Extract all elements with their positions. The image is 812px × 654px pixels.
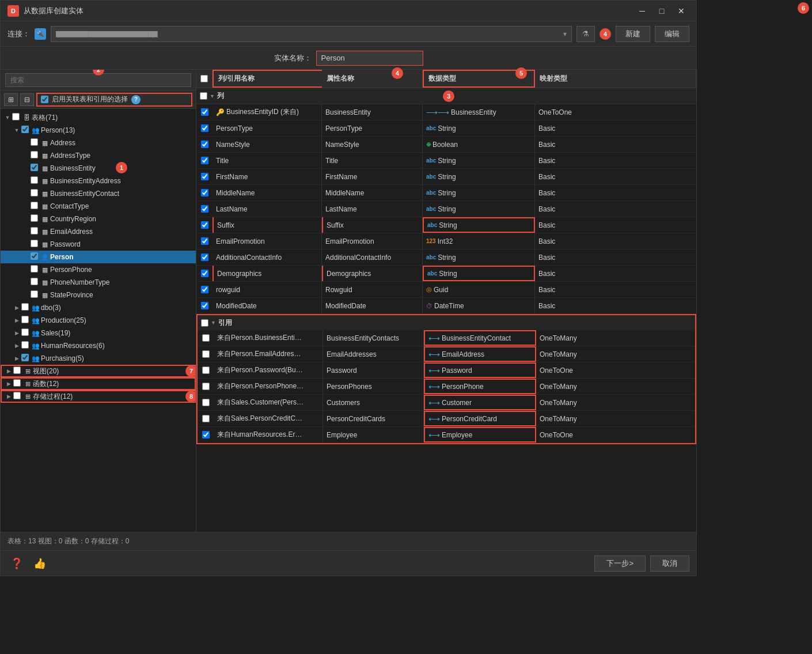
tree-item-businessentityaddress[interactable]: ▦ BusinessEntityAddress <box>1 175 196 187</box>
table-row: PersonType PersonType abcString Basic <box>196 120 696 137</box>
col-name-persontype: PersonType <box>213 120 322 136</box>
table-row: 来自Person.EmailAddres… EmailAddresses ⟷Em… <box>198 346 695 362</box>
table-row: Suffix Suffix abcString Basic <box>196 217 696 233</box>
bottom-left-buttons: ❓ 👍 <box>7 555 49 572</box>
expand-all-button[interactable]: ⊞ <box>4 93 18 106</box>
table-row: Title Title abcString Basic <box>196 153 696 169</box>
table-row: AdditionalContactInfo AdditionalContactI… <box>196 249 696 266</box>
close-button[interactable]: ✕ <box>673 5 689 17</box>
maximize-button[interactable]: □ <box>654 5 670 17</box>
cancel-button[interactable]: 取消 <box>650 555 689 572</box>
right-panel: 列/引用名称 属性名称 数据类型 映射类型 ▼ 列 3 <box>196 70 696 532</box>
tree-item-contacttype[interactable]: ▦ ContactType <box>1 200 196 213</box>
new-button[interactable]: 新建 <box>616 26 650 42</box>
tree-checkbox-address[interactable] <box>31 138 40 148</box>
assoc-checkbox-row: 启用关联表和引用的选择 ? <box>36 93 192 107</box>
table-group-icon: 🗄 <box>21 114 32 121</box>
main-window: D 从数据库创建实体 ─ □ ✕ 连接： 🔌 ▓▓▓▓▓▓▓▓▓▓▓▓▓▓▓▓▓… <box>0 0 697 576</box>
tree-item-phonenumbertype[interactable]: ▦ PhoneNumberType <box>1 276 196 289</box>
tree-item-stateprovince[interactable]: ▦ StateProvince <box>1 289 196 301</box>
window-controls: ─ □ ✕ <box>634 5 689 17</box>
table-row: ModifiedDate ModifiedDate ⏱DateTime Basi… <box>196 298 696 314</box>
col-name-cell: 🔑 BusinessEntityID (来自) <box>213 104 322 120</box>
badge-3: 3 <box>443 90 454 102</box>
tree-item-businessentitycontact[interactable]: ▦ BusinessEntityContact <box>1 187 196 200</box>
data-area: ▼ 列 3 🔑 BusinessEntityID (来自) BusinessE <box>196 88 696 532</box>
tree-checkbox-person-schema[interactable] <box>21 126 31 135</box>
assoc-checkbox[interactable] <box>41 96 48 103</box>
tree-item-dbo[interactable]: ▶ 👥 dbo(3) <box>1 301 196 314</box>
edit-button[interactable]: 编辑 <box>655 26 689 42</box>
tree-toggle-address <box>21 140 31 146</box>
help-icon[interactable]: ? <box>131 95 141 104</box>
header-checkbox-col <box>196 70 213 88</box>
badge-4b: 4 <box>392 67 403 79</box>
mapping-type-cell: OneToOne <box>535 104 696 120</box>
columns-list: 🔑 BusinessEntityID (来自) BusinessEntity ⟶… <box>196 104 696 314</box>
attr-demographics: Demographics <box>322 266 423 281</box>
app-icon: D <box>7 5 19 17</box>
tree-item-functions[interactable]: ▶ ⊞ 函数(12) <box>1 377 196 390</box>
table-row: LastName LastName abcString Basic <box>196 201 696 217</box>
entity-name-input[interactable] <box>316 51 423 66</box>
select-all-checkbox[interactable] <box>200 75 208 82</box>
status-bar: 表格：13 视图：0 函数：0 存储过程：0 <box>1 532 696 550</box>
tree-item-addresstype[interactable]: ▦ AddressType <box>1 149 196 162</box>
tree-container: 1 ▼ 🗄 表格(71) ▼ 👥 Person(13) <box>1 109 196 532</box>
tree-item-production[interactable]: ▶ 👥 Production(25) <box>1 314 196 327</box>
bottom-right-buttons: 下一步> 取消 <box>594 555 689 572</box>
refs-list: 来自Person.BusinessEnti… BusinessEntityCon… <box>196 330 696 444</box>
collapse-all-button[interactable]: ⊟ <box>20 93 34 106</box>
tree-item-procedures[interactable]: ▶ ⊞ 存储过程(12) 8 <box>1 390 196 403</box>
tree-item-password[interactable]: ▦ Password <box>1 238 196 251</box>
refs-section-checkbox[interactable] <box>201 319 208 327</box>
left-panel: 2 ⊞ ⊟ 启用关联表和引用的选择 ? 1 <box>1 70 196 532</box>
badge-7: 7 <box>185 365 196 377</box>
badge-4a: 4 <box>599 28 611 40</box>
connection-dropdown[interactable]: ▓▓▓▓▓▓▓▓▓▓▓▓▓▓▓▓▓▓▓▓▓▓ ▾ <box>51 26 572 42</box>
tree-item-tables[interactable]: ▼ 🗄 表格(71) <box>1 111 196 124</box>
tree-label-person-schema: Person(13) <box>41 126 75 134</box>
data-type-cell: ⟶⟶ BusinessEntity <box>423 104 535 120</box>
tree-item-countryregion[interactable]: ▦ CountryRegion <box>1 213 196 225</box>
connection-settings-button[interactable]: ⚗ <box>576 26 595 42</box>
tree-item-address[interactable]: ▦ Address <box>1 137 196 149</box>
table-row: 来自HumanResources.Er… Employee ⟷Employee … <box>198 427 695 443</box>
tree-item-purchasing[interactable]: ▶ 👥 Purchasing(5) <box>1 352 196 365</box>
tree-item-person[interactable]: 👤 Person <box>1 251 196 263</box>
column-headers: 列/引用名称 属性名称 数据类型 映射类型 <box>196 70 696 88</box>
left-toolbar: ⊞ ⊟ 启用关联表和引用的选择 ? <box>1 90 196 109</box>
dtype-bec: ⟷BusinessEntityContact <box>424 330 536 346</box>
dropdown-arrow: ▾ <box>563 30 567 38</box>
table-row: NameStyle NameStyle ⊕Boolean Basic <box>196 137 696 153</box>
entity-label: 实体名称： <box>274 53 312 63</box>
entity-type-icon: ⟶⟶ <box>426 108 449 117</box>
table-row: MiddleName MiddleName abcString Basic <box>196 185 696 201</box>
next-button[interactable]: 下一步> <box>594 555 646 572</box>
schema-icon: 👥 <box>31 127 41 134</box>
row-checkbox-cell <box>196 108 213 116</box>
table-row: rowguid Rowguid ◎Guid Basic <box>196 282 696 298</box>
main-area: 2 ⊞ ⊟ 启用关联表和引用的选择 ? 1 <box>1 70 696 532</box>
window-title: 从数据库创建实体 <box>24 6 634 16</box>
tree-item-person-schema[interactable]: ▼ 👥 Person(13) <box>1 124 196 137</box>
tree-item-sales[interactable]: ▶ 👥 Sales(19) <box>1 327 196 339</box>
attr-name-cell: BusinessEntity <box>322 104 423 120</box>
connection-toolbar: 连接： 🔌 ▓▓▓▓▓▓▓▓▓▓▓▓▓▓▓▓▓▓▓▓▓▓ ▾ ⚗ 4 新建 编辑 <box>1 21 696 47</box>
tree-checkbox-tables[interactable] <box>12 113 21 122</box>
columns-section-checkbox[interactable] <box>200 92 207 100</box>
badge-5: 5 <box>515 67 527 79</box>
minimize-button[interactable]: ─ <box>634 5 650 17</box>
tree-item-humanresources[interactable]: ▶ 👥 HumanResources(6) <box>1 339 196 352</box>
col-header-name: 列/引用名称 <box>213 70 322 88</box>
table-row: 来自Sales.PersonCreditC… PersonCreditCards… <box>198 411 695 427</box>
table-row: 来自Person.PersonPhone… PersonPhones ⟷Pers… <box>198 379 695 395</box>
tree-item-emailaddress[interactable]: ▦ EmailAddress <box>1 225 196 238</box>
tree-item-personphone[interactable]: ▦ PersonPhone <box>1 263 196 276</box>
bottom-bar: ❓ 👍 下一步> 取消 <box>1 550 696 576</box>
help-button[interactable]: ❓ <box>7 555 26 572</box>
tree-item-views[interactable]: ▶ ⊞ 视图(20) 7 <box>1 365 196 377</box>
title-bar: D 从数据库创建实体 ─ □ ✕ <box>1 1 696 21</box>
thumb-up-button[interactable]: 👍 <box>31 555 49 572</box>
tree-item-businessentity[interactable]: ▦ BusinessEntity <box>1 162 196 175</box>
